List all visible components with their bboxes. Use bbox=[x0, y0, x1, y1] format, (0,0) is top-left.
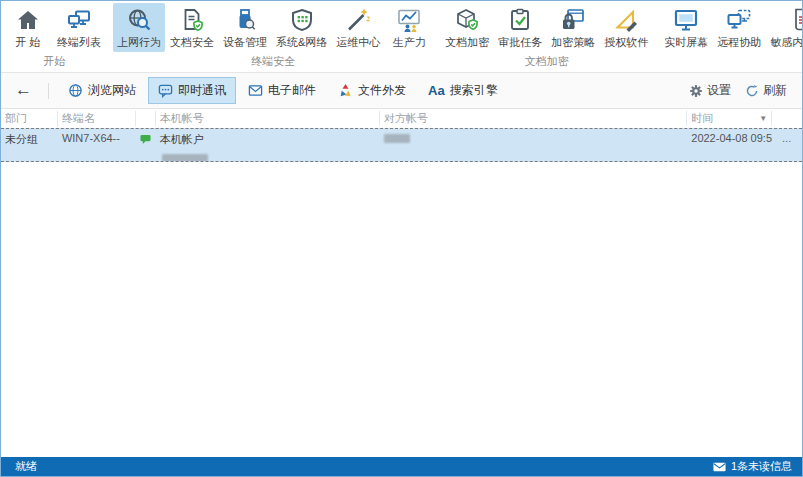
refresh-button[interactable]: 刷新 bbox=[740, 80, 792, 101]
toolbar-actions: 设置刷新 bbox=[684, 80, 792, 101]
tab-label: 搜索引擎 bbox=[450, 82, 498, 99]
ribbon-button-approval-task[interactable]: 审批任务 bbox=[494, 3, 546, 52]
sensitive-scan-icon bbox=[790, 6, 803, 33]
refresh-icon bbox=[745, 84, 759, 98]
ribbon-button-label: 文档加密 bbox=[445, 35, 489, 50]
ribbon-group-items: 文档加密审批任务加密策略授权软件 bbox=[441, 3, 652, 52]
column-header-label: 本机帐号 bbox=[160, 111, 204, 126]
aa-icon: Aa bbox=[428, 84, 445, 97]
table-empty-area bbox=[1, 162, 802, 457]
ribbon-button-remote-assist[interactable]: 远程协助 bbox=[713, 3, 765, 52]
ribbon-button-encryption-policy[interactable]: 加密策略 bbox=[547, 3, 599, 52]
back-button[interactable]: ← bbox=[11, 81, 40, 100]
doc-security-icon bbox=[179, 6, 205, 33]
tab-label: 文件外发 bbox=[358, 82, 406, 99]
column-header-label: 时间 bbox=[691, 111, 713, 126]
ribbon-button-terminal-list[interactable]: 终端列表 bbox=[53, 3, 105, 52]
row-more-button[interactable]: ... bbox=[772, 129, 802, 161]
approval-task-icon bbox=[507, 6, 533, 33]
ribbon-group-3: 实时屏幕远程协助敏感内容扫描库&模板报表中心更多...工具 bbox=[659, 1, 803, 72]
status-ready-text: 就绪 bbox=[15, 459, 37, 474]
ribbon-button-label: 生产力 bbox=[393, 35, 426, 50]
web-behavior-icon bbox=[126, 6, 152, 33]
column-header-peer-account[interactable]: 对方帐号 bbox=[380, 111, 687, 126]
settings-button[interactable]: 设置 bbox=[684, 80, 736, 101]
tab-search-engine[interactable]: Aa搜索引擎 bbox=[418, 77, 508, 104]
file-outgoing-icon bbox=[338, 83, 353, 98]
ribbon-button-productivity[interactable]: 生产力 bbox=[385, 3, 433, 52]
chat-icon bbox=[158, 83, 173, 98]
ribbon-group-2: 文档加密审批任务加密策略授权软件文档加密 bbox=[440, 1, 653, 72]
column-header-label: 终端名 bbox=[62, 111, 95, 126]
ribbon-button-sensitive-scan[interactable]: 敏感内容扫描 bbox=[766, 3, 803, 52]
cell-time: 2022-04-08 09:56:00 bbox=[687, 129, 772, 161]
ribbon-button-label: 远程协助 bbox=[717, 35, 761, 50]
tab-label: 电子邮件 bbox=[268, 82, 316, 99]
action-label: 设置 bbox=[707, 82, 731, 99]
tab-email[interactable]: 电子邮件 bbox=[238, 77, 326, 104]
ribbon-button-start[interactable]: 开 始 bbox=[4, 3, 52, 52]
ribbon-button-label: 加密策略 bbox=[551, 35, 595, 50]
column-header-label: 对方帐号 bbox=[384, 111, 428, 126]
table-row[interactable]: 未分组WIN7-X64--本机帐户2022-04-08 09:56:00... bbox=[1, 128, 802, 162]
encryption-policy-icon bbox=[560, 6, 586, 33]
column-header-status[interactable] bbox=[136, 111, 156, 126]
table-header: 部门终端名本机帐号对方帐号时间▼ bbox=[1, 109, 802, 128]
doc-encryption-icon bbox=[454, 6, 480, 33]
cell-peer-account bbox=[380, 129, 687, 161]
toolbar-divider bbox=[48, 83, 49, 99]
productivity-icon bbox=[396, 6, 422, 33]
ribbon-button-doc-encryption[interactable]: 文档加密 bbox=[441, 3, 493, 52]
redacted-peer-account bbox=[384, 134, 410, 143]
sort-desc-icon: ▼ bbox=[759, 111, 767, 126]
column-header-time[interactable]: 时间▼ bbox=[687, 111, 772, 126]
redacted-account-detail bbox=[162, 154, 208, 161]
ribbon-button-label: 设备管理 bbox=[223, 35, 267, 50]
ribbon-button-label: 开 始 bbox=[15, 35, 40, 50]
ribbon-group-items: 上网行为文档安全设备管理系统&网络运维中心生产力 bbox=[113, 3, 433, 52]
column-header-department[interactable]: 部门 bbox=[1, 111, 58, 126]
ops-center-icon bbox=[345, 6, 371, 33]
ribbon-group-label: 文档加密 bbox=[441, 53, 652, 72]
ribbon-group-0: 开 始终端列表开始 bbox=[3, 1, 106, 72]
cell-status bbox=[136, 129, 156, 161]
column-header-label: 部门 bbox=[5, 111, 27, 126]
ribbon-button-doc-security[interactable]: 文档安全 bbox=[166, 3, 218, 52]
ribbon-group-label: 开始 bbox=[4, 53, 105, 72]
column-header-terminal-name[interactable]: 终端名 bbox=[58, 111, 136, 126]
unread-message-text: 1条未读信息 bbox=[731, 459, 792, 474]
ribbon-group-label: 工具 bbox=[660, 53, 803, 72]
globe-icon bbox=[68, 83, 83, 98]
ribbon-group-1: 上网行为文档安全设备管理系统&网络运维中心生产力终端安全 bbox=[112, 1, 434, 72]
local-account-name: 本机帐户 bbox=[160, 132, 376, 147]
ribbon-button-web-behavior[interactable]: 上网行为 bbox=[113, 3, 165, 52]
tab-file-outgoing[interactable]: 文件外发 bbox=[328, 77, 416, 104]
cell-terminal-name: WIN7-X64-- bbox=[58, 129, 136, 161]
ribbon: 开 始终端列表开始上网行为文档安全设备管理系统&网络运维中心生产力终端安全文档加… bbox=[1, 1, 802, 73]
ribbon-button-realtime-screen[interactable]: 实时屏幕 bbox=[660, 3, 712, 52]
ribbon-button-device-management[interactable]: 设备管理 bbox=[219, 3, 271, 52]
unread-message-indicator[interactable]: 1条未读信息 bbox=[713, 459, 792, 474]
ribbon-button-label: 终端列表 bbox=[57, 35, 101, 50]
gear-icon bbox=[689, 84, 703, 98]
app-window: 开 始终端列表开始上网行为文档安全设备管理系统&网络运维中心生产力终端安全文档加… bbox=[0, 0, 803, 477]
ribbon-button-label: 文档安全 bbox=[170, 35, 214, 50]
column-header-more[interactable] bbox=[772, 111, 802, 126]
table-body: 未分组WIN7-X64--本机帐户2022-04-08 09:56:00... bbox=[1, 128, 802, 162]
tab-label: 浏览网站 bbox=[88, 82, 136, 99]
ribbon-button-ops-center[interactable]: 运维中心 bbox=[332, 3, 384, 52]
ribbon-button-system-network[interactable]: 系统&网络 bbox=[272, 3, 331, 52]
column-header-local-account[interactable]: 本机帐号 bbox=[156, 111, 380, 126]
home-icon bbox=[15, 6, 41, 33]
toolbar-tabs: 浏览网站即时通讯电子邮件文件外发Aa搜索引擎 bbox=[57, 77, 509, 104]
ribbon-button-authorized-software[interactable]: 授权软件 bbox=[600, 3, 652, 52]
cell-department: 未分组 bbox=[1, 129, 58, 161]
ribbon-button-label: 授权软件 bbox=[604, 35, 648, 50]
status-bar: 就绪 1条未读信息 bbox=[1, 457, 802, 476]
ribbon-button-label: 实时屏幕 bbox=[664, 35, 708, 50]
tab-browse-website[interactable]: 浏览网站 bbox=[58, 77, 146, 104]
realtime-screen-icon bbox=[673, 6, 699, 33]
tab-instant-messaging[interactable]: 即时通讯 bbox=[148, 77, 236, 104]
device-management-icon bbox=[232, 6, 258, 33]
ribbon-button-label: 敏感内容扫描 bbox=[770, 35, 803, 50]
